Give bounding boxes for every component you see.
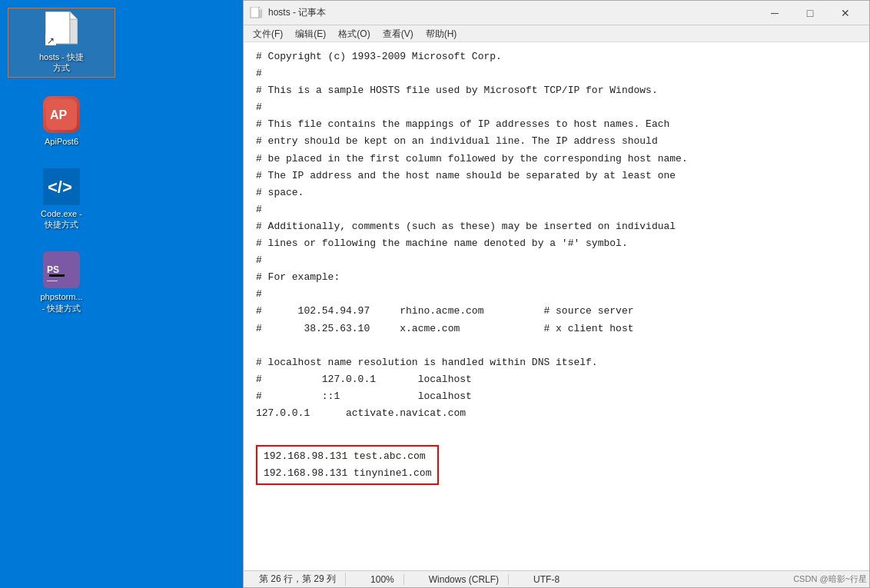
content-line-10: # [256, 201, 857, 218]
cursor-position: 第 26 行，第 29 列 [250, 573, 346, 586]
svg-text:PS: PS [47, 264, 59, 275]
watermark: CSDN @暗影~行星 [793, 573, 867, 585]
content-line-1: # Copyright (c) 1993-2009 Microsoft Corp… [256, 48, 857, 65]
svg-text:AP: AP [50, 108, 68, 121]
notepad-content-area[interactable]: # Copyright (c) 1993-2009 Microsoft Corp… [244, 42, 869, 570]
phpstorm-icon: PS —— [43, 251, 80, 288]
content-line-9: # space. [256, 184, 857, 201]
hosts-icon: ↗ [43, 12, 80, 48]
menu-view[interactable]: 查看(V) [377, 25, 420, 42]
menu-format[interactable]: 格式(O) [332, 25, 376, 42]
menu-help[interactable]: 帮助(H) [420, 25, 463, 42]
content-line-2: # [256, 65, 857, 82]
menu-file[interactable]: 文件(F) [247, 25, 289, 42]
content-line-23 [256, 422, 857, 439]
content-line-16: # 102.54.94.97 rhino.acme.com # source s… [256, 303, 857, 320]
window-controls: ─ □ ✕ [757, 1, 863, 25]
code-desktop-icon[interactable]: </> Code.exe -快捷方式 [8, 165, 115, 234]
content-line-6: # entry should be kept on an individual … [256, 133, 857, 150]
svg-text:↗: ↗ [47, 35, 55, 46]
svg-text:</>: </> [48, 178, 72, 197]
title-bar: hosts - 记事本 ─ □ ✕ [244, 1, 869, 25]
apipost-desktop-icon[interactable]: AP ApiPost6 [8, 93, 115, 150]
highlight-line-1: 192.168.98.131 test.abc.com [264, 448, 431, 465]
code-icon: </> [43, 168, 80, 205]
hosts-icon-label: hosts - 快捷方式 [39, 51, 84, 74]
menu-bar: 文件(F) 编辑(E) 格式(O) 查看(V) 帮助(H) [244, 25, 869, 42]
content-line-21: # ::1 localhost [256, 388, 857, 405]
content-line-18 [256, 337, 857, 354]
content-line-20: # 127.0.0.1 localhost [256, 371, 857, 388]
content-line-19: # localhost name resolution is handled w… [256, 354, 857, 371]
apipost-icon-label: ApiPost6 [45, 136, 78, 147]
content-line-15: # [256, 286, 857, 303]
svg-marker-2 [70, 12, 78, 19]
status-bar: 第 26 行，第 29 列 100% Windows (CRLF) UTF-8 [244, 570, 869, 587]
content-line-3: # This is a sample HOSTS file used by Mi… [256, 82, 857, 99]
content-line-13: # [256, 252, 857, 269]
window-title: hosts - 记事本 [268, 6, 757, 19]
content-line-14: # For example: [256, 269, 857, 286]
content-line-7: # be placed in the first column followed… [256, 151, 857, 168]
hosts-desktop-icon[interactable]: ↗ hosts - 快捷方式 [8, 8, 115, 78]
content-line-11: # Additionally, comments (such as these)… [256, 218, 857, 235]
encoding: UTF-8 [524, 574, 569, 585]
notepad-window: hosts - 记事本 ─ □ ✕ 文件(F) 编辑(E) 格式(O) 查看(V… [243, 0, 870, 588]
content-line-5: # This file contains the mappings of IP … [256, 116, 857, 133]
content-line-4: # [256, 99, 857, 116]
notepad-title-icon [250, 7, 262, 19]
phpstorm-desktop-icon[interactable]: PS —— phpstorm...- 快捷方式 [8, 248, 115, 317]
close-button[interactable]: ✕ [828, 1, 863, 25]
svg-marker-15 [259, 7, 262, 10]
desktop-icons: ↗ hosts - 快捷方式 AP ApiPost6 [0, 0, 123, 324]
highlighted-entries: 192.168.98.131 test.abc.com 192.168.98.1… [256, 445, 439, 485]
content-line-22: 127.0.0.1 activate.navicat.com [256, 405, 857, 422]
apipost-icon: AP [43, 96, 80, 133]
code-icon-label: Code.exe -快捷方式 [41, 208, 82, 231]
phpstorm-icon-label: phpstorm...- 快捷方式 [40, 291, 82, 314]
minimize-button[interactable]: ─ [757, 1, 792, 25]
content-line-17: # 38.25.63.10 x.acme.com # x client host [256, 321, 857, 337]
desktop: ↗ hosts - 快捷方式 AP ApiPost6 [0, 0, 870, 588]
maximize-button[interactable]: □ [792, 1, 828, 25]
content-line-12: # lines or following the machine name de… [256, 235, 857, 252]
highlight-line-2: 192.168.98.131 tinynine1.com [264, 465, 431, 482]
svg-text:——: —— [47, 277, 58, 283]
line-ending: Windows (CRLF) [420, 574, 509, 585]
menu-edit[interactable]: 编辑(E) [289, 25, 332, 42]
content-line-8: # The IP address and the host name shoul… [256, 168, 857, 184]
svg-rect-13 [251, 7, 259, 18]
zoom-level: 100% [361, 574, 404, 585]
